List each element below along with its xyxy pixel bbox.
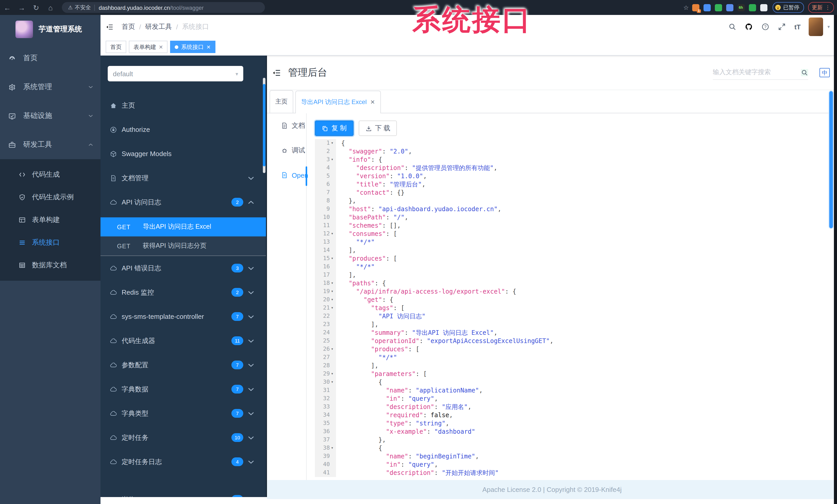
sidebar-subitem-3[interactable]: 表单构建 bbox=[0, 209, 101, 231]
fold-caret-icon[interactable]: ▾ bbox=[330, 378, 335, 386]
line-number[interactable]: 20▾ bbox=[315, 296, 336, 304]
swagger-menu-item-2[interactable]: Authorize bbox=[101, 117, 266, 142]
user-avatar[interactable] bbox=[809, 18, 823, 36]
app-logo[interactable]: 芋道管理系统 bbox=[0, 15, 101, 44]
line-number[interactable]: 33 bbox=[315, 403, 336, 411]
fold-caret-icon[interactable]: ▾ bbox=[330, 370, 335, 378]
grid-extension-icon[interactable] bbox=[726, 4, 733, 11]
doc-collapse-icon[interactable] bbox=[272, 68, 281, 77]
line-number[interactable]: 27 bbox=[315, 353, 336, 361]
fold-caret-icon[interactable]: ▾ bbox=[330, 287, 335, 296]
line-number[interactable]: 28 bbox=[315, 361, 336, 370]
line-number[interactable]: 35 bbox=[315, 419, 336, 428]
swagger-menu-item-14[interactable]: 定时任务日志4 bbox=[101, 450, 266, 474]
fold-caret-icon[interactable]: ▾ bbox=[330, 139, 335, 147]
paw-extension-icon[interactable] bbox=[760, 4, 767, 11]
line-number[interactable]: 12▾ bbox=[315, 230, 336, 238]
line-number[interactable]: 2 bbox=[315, 147, 336, 155]
doc-search-input[interactable]: 输入文档关键字搜索 bbox=[713, 66, 808, 79]
bookmark-star-icon[interactable]: ☆ bbox=[683, 4, 689, 11]
browser-forward-icon[interactable]: → bbox=[14, 3, 29, 12]
sidebar-subitem-2[interactable]: 代码生成示例 bbox=[0, 186, 101, 209]
line-number[interactable]: 16 bbox=[315, 263, 336, 271]
close-tag-icon[interactable]: ✕ bbox=[159, 44, 163, 50]
line-number[interactable]: 21▾ bbox=[315, 304, 336, 312]
line-number[interactable]: 15▾ bbox=[315, 255, 336, 263]
swagger-menu-item-5[interactable]: API 访问日志2 bbox=[101, 190, 266, 214]
close-tag-icon[interactable]: ✕ bbox=[207, 44, 211, 50]
line-number[interactable]: 23 bbox=[315, 320, 336, 329]
browser-back-icon[interactable]: ← bbox=[0, 3, 14, 12]
doc-menu-文档[interactable]: 文档 bbox=[267, 113, 306, 138]
sidebar-subitem-5[interactable]: 数据库文档 bbox=[0, 254, 101, 277]
api-operation-导出API 访问日志 Excel[interactable]: GET导出API 访问日志 Excel bbox=[101, 217, 266, 237]
search-icon[interactable] bbox=[801, 69, 808, 76]
close-tab-icon[interactable]: ✕ bbox=[370, 99, 375, 106]
address-bar[interactable]: ⚠ 不安全 dashboard.yudao.iocoder.cn /tool/s… bbox=[62, 2, 265, 13]
browser-home-icon[interactable]: ⌂ bbox=[43, 3, 58, 12]
fold-caret-icon[interactable]: ▾ bbox=[330, 230, 335, 238]
security-label[interactable]: 不安全 bbox=[75, 4, 91, 11]
line-number[interactable]: 10 bbox=[315, 213, 336, 222]
fold-caret-icon[interactable]: ▾ bbox=[330, 155, 335, 164]
sidebar-item-4[interactable]: 研发工具 bbox=[0, 130, 101, 159]
fold-caret-icon[interactable]: ▾ bbox=[330, 279, 335, 287]
doc-tab-导出API 访问日志 Excel[interactable]: 导出API 访问日志 Excel✕ bbox=[295, 91, 380, 113]
swagger-menu-item-6[interactable]: API 错误日志3 bbox=[101, 256, 266, 280]
breadcrumb-item[interactable]: 首页 bbox=[122, 22, 135, 32]
fold-caret-icon[interactable]: ▾ bbox=[330, 345, 335, 353]
sidebar-collapse-icon[interactable] bbox=[106, 23, 113, 31]
line-number[interactable]: 39 bbox=[315, 452, 336, 461]
sidebar-scrollbar-thumb[interactable] bbox=[263, 84, 265, 166]
line-number[interactable]: 1▾ bbox=[315, 139, 336, 147]
fold-caret-icon[interactable]: ▾ bbox=[330, 444, 335, 452]
line-number[interactable]: 5 bbox=[315, 172, 336, 180]
line-number[interactable]: 26▾ bbox=[315, 345, 336, 353]
fullscreen-icon[interactable] bbox=[778, 23, 786, 31]
swagger-menu-item-3[interactable]: Swagger Models bbox=[101, 142, 266, 166]
swagger-menu-item-10[interactable]: 参数配置7 bbox=[101, 353, 266, 377]
tag-表单构建[interactable]: 表单构建✕ bbox=[129, 41, 168, 53]
line-number[interactable]: 34 bbox=[315, 411, 336, 419]
line-number[interactable]: 19▾ bbox=[315, 287, 336, 296]
line-number[interactable]: 17 bbox=[315, 271, 336, 279]
api-operation-获得API 访问日志分页[interactable]: GET获得API 访问日志分页 bbox=[101, 237, 266, 256]
sidebar-item-3[interactable]: 基础设施 bbox=[0, 101, 101, 130]
line-number[interactable]: 37 bbox=[315, 436, 336, 444]
swagger-menu-item-1[interactable]: 主页 bbox=[101, 93, 266, 117]
line-number[interactable]: 8 bbox=[315, 197, 336, 205]
browser-reload-icon[interactable]: ↻ bbox=[29, 3, 43, 12]
swagger-menu-item-4[interactable]: 文档管理 bbox=[101, 166, 266, 190]
update-browser-button[interactable]: 更新 ⋮ bbox=[808, 2, 834, 13]
tag-系统接口[interactable]: 系统接口✕ bbox=[170, 41, 215, 53]
doc-menu-调试[interactable]: 调试 bbox=[267, 138, 306, 163]
swagger-menu-item-13[interactable]: 定时任务10 bbox=[101, 426, 266, 450]
line-number[interactable]: 41 bbox=[315, 469, 336, 477]
swagger-menu-item-9[interactable]: 代码生成器11 bbox=[101, 329, 266, 353]
swagger-menu-item-15[interactable]: 岗位 bbox=[101, 487, 266, 497]
download-button[interactable]: 下 载 bbox=[358, 120, 397, 136]
line-number[interactable]: 38▾ bbox=[315, 444, 336, 452]
sidebar-subitem-4[interactable]: 系统接口 bbox=[0, 231, 101, 254]
line-number[interactable]: 18▾ bbox=[315, 279, 336, 287]
swagger-menu-item-8[interactable]: sys-sms-template-controller7 bbox=[101, 304, 266, 329]
font-size-icon[interactable]: tT bbox=[794, 23, 801, 31]
page-scrollbar-thumb[interactable] bbox=[829, 91, 833, 228]
line-number[interactable]: 14 bbox=[315, 246, 336, 255]
fold-caret-icon[interactable]: ▾ bbox=[330, 296, 335, 304]
line-number[interactable]: 29▾ bbox=[315, 370, 336, 378]
line-number[interactable]: 24 bbox=[315, 329, 336, 337]
sidebar-item-1[interactable]: 首页 bbox=[0, 44, 101, 73]
line-number[interactable]: 25 bbox=[315, 337, 336, 345]
github-icon[interactable] bbox=[745, 23, 753, 31]
line-number[interactable]: 30▾ bbox=[315, 378, 336, 386]
puzzle-extension-icon[interactable]: 1 bbox=[692, 4, 699, 11]
line-number[interactable]: 22 bbox=[315, 312, 336, 320]
doc-tab-主页[interactable]: 主页 bbox=[270, 90, 293, 113]
sidebar-subitem-1[interactable]: 代码生成 bbox=[0, 163, 101, 186]
swagger-menu-item-12[interactable]: 字典类型7 bbox=[101, 401, 266, 426]
tag-首页[interactable]: 首页 bbox=[106, 41, 126, 53]
timer-extension-icon[interactable]: 6h bbox=[737, 4, 745, 11]
breadcrumb-item[interactable]: 研发工具 bbox=[145, 22, 172, 32]
line-number[interactable]: 6 bbox=[315, 180, 336, 188]
